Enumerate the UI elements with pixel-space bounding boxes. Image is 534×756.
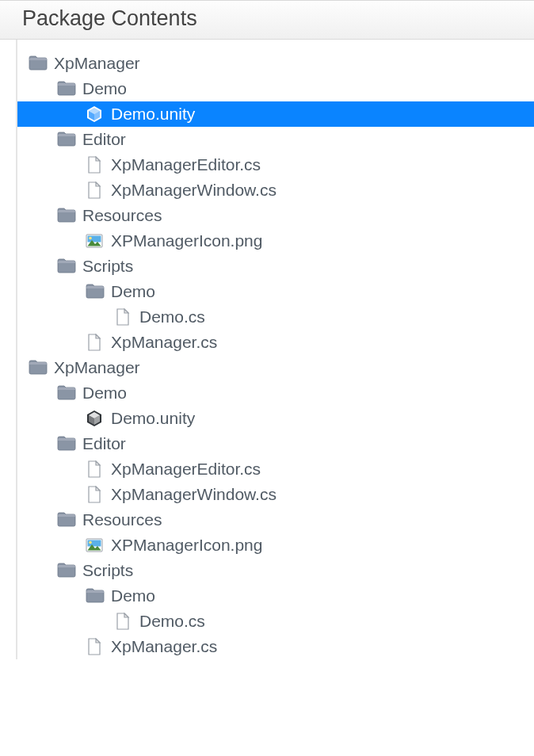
tree-item-label: XpManager	[54, 358, 140, 377]
folder-icon	[86, 283, 105, 300]
tree-item[interactable]: Scripts	[17, 558, 534, 583]
tree-item-label: Demo.unity	[111, 105, 195, 124]
panel-title: Package Contents	[0, 0, 534, 40]
tree-item[interactable]: Demo	[17, 76, 534, 101]
tree-item[interactable]: Demo.unity	[17, 101, 534, 127]
folder-icon	[57, 511, 76, 529]
tree-item-label: XPManagerIcon.png	[111, 536, 262, 555]
tree-item-label: XpManagerEditor.cs	[111, 460, 261, 479]
package-contents-panel: Package Contents XpManagerDemoDemo.unity…	[0, 0, 534, 659]
folder-icon	[86, 587, 105, 605]
tree-item[interactable]: Demo	[17, 380, 534, 406]
tree-item-label: XPManagerIcon.png	[111, 231, 262, 250]
tree-item-label: XpManagerWindow.cs	[111, 181, 277, 200]
tree-item-label: XpManager	[54, 54, 140, 73]
tree-item[interactable]: XpManager	[17, 355, 534, 380]
file-icon	[114, 308, 133, 326]
folder-icon	[57, 435, 76, 452]
tree-item[interactable]: XpManager.cs	[17, 634, 534, 659]
folder-icon	[57, 207, 76, 224]
file-tree: XpManagerDemoDemo.unityEditorXpManagerEd…	[16, 40, 534, 659]
tree-item-label: Resources	[82, 206, 162, 225]
tree-item-label: Scripts	[82, 561, 133, 580]
tree-item-label: Resources	[82, 510, 162, 529]
file-icon	[114, 613, 133, 630]
tree-item-label: Demo	[82, 384, 127, 403]
folder-icon	[57, 562, 76, 579]
tree-item[interactable]: Demo.unity	[17, 406, 534, 431]
tree-item-label: XpManager.cs	[111, 637, 217, 656]
tree-item-label: Scripts	[82, 257, 133, 276]
tree-item[interactable]: XpManager.cs	[17, 330, 534, 355]
tree-item-label: Demo.cs	[139, 307, 205, 326]
image-icon	[86, 536, 105, 554]
tree-item-label: Editor	[82, 434, 126, 453]
tree-item-label: Demo	[111, 586, 155, 605]
tree-item[interactable]: Demo	[17, 583, 534, 609]
folder-icon	[57, 384, 76, 402]
folder-icon	[57, 258, 76, 275]
folder-icon	[29, 359, 48, 376]
file-icon	[86, 156, 105, 174]
folder-icon	[57, 131, 76, 148]
tree-item-label: Demo	[111, 282, 155, 301]
file-icon	[86, 334, 105, 351]
tree-item-label: XpManager.cs	[111, 333, 217, 352]
unity-icon	[86, 105, 105, 123]
tree-item-label: XpManagerWindow.cs	[111, 485, 277, 504]
tree-item[interactable]: Resources	[17, 507, 534, 533]
unity-icon	[86, 410, 105, 427]
tree-item[interactable]: XpManagerEditor.cs	[17, 152, 534, 178]
tree-item[interactable]: XpManager	[17, 51, 534, 76]
tree-item[interactable]: XpManagerWindow.cs	[17, 482, 534, 507]
image-icon	[86, 232, 105, 250]
folder-icon	[57, 80, 76, 97]
tree-item[interactable]: Resources	[17, 203, 534, 228]
tree-item[interactable]: XPManagerIcon.png	[17, 228, 534, 254]
tree-item[interactable]: Editor	[17, 431, 534, 456]
tree-item-label: XpManagerEditor.cs	[111, 155, 261, 174]
tree-item[interactable]: XpManagerEditor.cs	[17, 456, 534, 482]
folder-icon	[29, 55, 48, 72]
tree-item[interactable]: Demo.cs	[17, 304, 534, 330]
tree-item[interactable]: Scripts	[17, 254, 534, 279]
tree-item[interactable]: XpManagerWindow.cs	[17, 178, 534, 203]
tree-item[interactable]: Demo	[17, 279, 534, 304]
tree-item-label: Demo.cs	[139, 612, 205, 631]
file-icon	[86, 181, 105, 199]
file-icon	[86, 486, 105, 503]
tree-item-label: Demo.unity	[111, 409, 195, 428]
file-icon	[86, 460, 105, 478]
tree-item[interactable]: XPManagerIcon.png	[17, 533, 534, 558]
file-icon	[86, 638, 105, 655]
tree-item[interactable]: Editor	[17, 127, 534, 152]
tree-item-label: Demo	[82, 79, 127, 98]
tree-item-label: Editor	[82, 130, 126, 149]
tree-item[interactable]: Demo.cs	[17, 609, 534, 634]
